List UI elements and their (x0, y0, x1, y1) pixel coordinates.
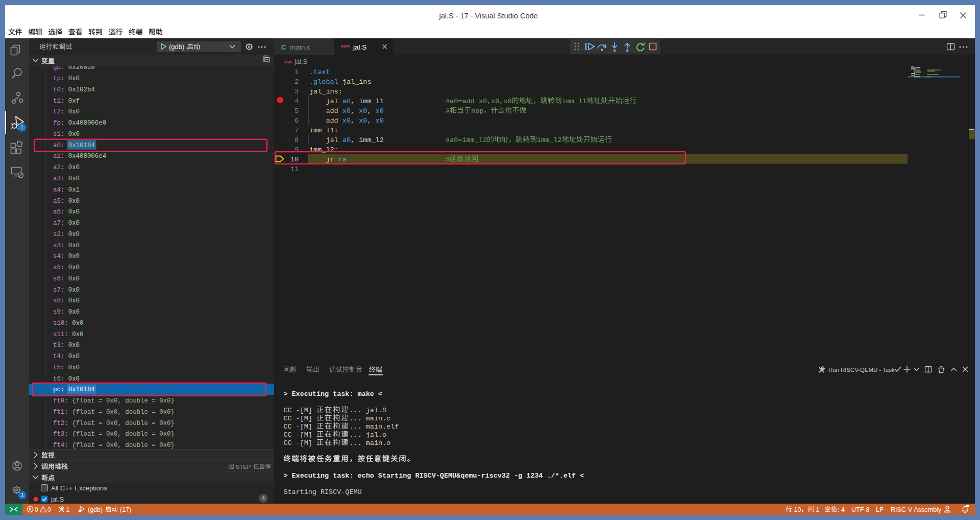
svg-text:#: # (446, 156, 450, 163)
svg-text:0x0: 0x0 (68, 375, 80, 383)
svg-text:t5:: t5: (53, 364, 64, 371)
svg-text:0x0: 0x0 (68, 198, 80, 205)
svg-text:x0: x0 (359, 107, 367, 115)
svg-text:s4:: s4: (53, 253, 64, 260)
svg-text:a6:: a6: (53, 208, 64, 216)
svg-text:ra: ra (338, 156, 347, 163)
svg-text:8: 8 (295, 136, 299, 144)
svg-text:{float = 0x0, double = 0x0}: {float = 0x0, double = 0x0} (72, 431, 175, 438)
svg-text:0x0: 0x0 (68, 175, 80, 182)
svg-text:x0: x0 (342, 117, 351, 125)
svg-text:add: add (326, 107, 338, 115)
svg-text:a4:: a4: (53, 186, 64, 194)
svg-text:x0: x0 (376, 107, 384, 115)
svg-text:jal.S - 17 - Visual Studio Cod: jal.S - 17 - Visual Studio Code (438, 12, 537, 20)
svg-text:jal.S: jal.S (294, 58, 308, 65)
svg-text:CC -[M]: CC -[M] (283, 431, 316, 439)
svg-text:0x408006e4: 0x408006e4 (68, 153, 106, 160)
svg-text:1: 1 (295, 68, 299, 76)
svg-text:nop: nop (471, 107, 483, 115)
svg-text:4: 4 (295, 98, 299, 105)
svg-text:,: , (351, 98, 355, 105)
svg-text:jal_ins: jal_ins (338, 78, 372, 86)
svg-text:s11:: s11: (53, 331, 68, 338)
svg-text:0x0: 0x0 (68, 108, 80, 115)
svg-text:.global: .global (309, 78, 338, 86)
svg-text:.text: .text (309, 68, 330, 76)
svg-text:0x0: 0x0 (68, 220, 80, 227)
svg-text:10: 10 (794, 506, 801, 513)
svg-text:Run RISCV-QEMU - Task: Run RISCV-QEMU - Task (828, 367, 895, 373)
svg-text:Starting RISCV-QEMU: Starting RISCV-QEMU (283, 488, 361, 496)
svg-text:ft4:: ft4: (53, 442, 68, 449)
svg-text:jal: jal (326, 98, 338, 105)
svg-text:s1:: s1: (53, 131, 64, 138)
svg-text:s8:: s8: (53, 297, 64, 304)
svg-text:add: add (326, 117, 338, 125)
svg-text:s2:: s2: (53, 231, 64, 238)
svg-text:a5:: a5: (53, 198, 64, 205)
svg-text:a3:: a3: (53, 175, 64, 182)
svg-text:s3:: s3: (53, 242, 64, 249)
svg-text:0x0: 0x0 (68, 297, 80, 304)
svg-text:LF: LF (876, 506, 884, 513)
svg-text:CC -[M]: CC -[M] (283, 439, 316, 447)
svg-text:jal.S: jal.S (353, 43, 366, 51)
svg-text:0x102b4: 0x102b4 (68, 86, 95, 93)
svg-text:tp:: tp: (53, 75, 64, 82)
svg-text:ft0:: ft0: (53, 397, 68, 405)
svg-text:: 4: : 4 (838, 506, 845, 513)
svg-text:1: 1 (20, 124, 23, 130)
svg-text:9: 9 (295, 146, 299, 154)
svg-text:imm_l2: imm_l2 (537, 136, 562, 144)
svg-text:0x0: 0x0 (72, 331, 83, 338)
svg-text:0x0: 0x0 (68, 253, 80, 260)
svg-text:0x0: 0x0 (68, 287, 80, 294)
svg-text:1: 1 (816, 506, 820, 513)
svg-text:CC -[M]: CC -[M] (283, 423, 316, 431)
svg-text:ASM: ASM (284, 60, 291, 64)
svg-text:x0: x0 (376, 117, 384, 125)
svg-text:ft3:: ft3: (53, 431, 68, 438)
svg-text:t3:: t3: (53, 342, 64, 349)
svg-text:jal.S: jal.S (51, 495, 64, 503)
svg-text:(17): (17) (120, 506, 131, 513)
svg-text:ft1:: ft1: (53, 409, 68, 416)
svg-text:{float = 0x0, double = 0x0}: {float = 0x0, double = 0x0} (72, 397, 175, 405)
svg-text:7: 7 (295, 127, 299, 134)
svg-text:imm_l1:: imm_l1: (309, 127, 338, 134)
svg-text:... main.elf: ... main.elf (350, 423, 399, 431)
svg-text:... jal.S: ... jal.S (350, 407, 387, 414)
svg-text:,: , (351, 117, 355, 125)
svg-text:CC -[M]: CC -[M] (283, 415, 316, 422)
svg-text:6: 6 (295, 117, 299, 125)
svg-text:1: 1 (66, 506, 70, 513)
svg-text:s7:: s7: (53, 287, 64, 294)
svg-text:x0: x0 (342, 107, 351, 115)
svg-text:ASM: ASM (341, 44, 350, 49)
svg-text:s10:: s10: (53, 320, 68, 327)
svg-text:0x1: 0x1 (68, 186, 80, 194)
svg-text:0x0: 0x0 (68, 353, 80, 360)
svg-text:imm_l1: imm_l1 (355, 98, 384, 105)
svg-text:imm_l2: imm_l2 (355, 136, 384, 144)
svg-text:(gdb): (gdb) (88, 506, 105, 513)
svg-text:,: , (367, 117, 371, 125)
svg-text:s6:: s6: (53, 275, 64, 282)
svg-text:0x0: 0x0 (68, 164, 80, 171)
svg-text:jal_ins:: jal_ins: (309, 88, 342, 96)
svg-text:3: 3 (295, 88, 299, 96)
svg-text:STEP: STEP (236, 464, 251, 470)
svg-text:s5:: s5: (53, 264, 64, 271)
svg-text:All C++ Exceptions: All C++ Exceptions (51, 484, 107, 492)
svg-text:t6:: t6: (53, 375, 64, 383)
svg-text:0x0: 0x0 (68, 364, 80, 371)
svg-text:t4:: t4: (53, 353, 64, 360)
svg-text:s9:: s9: (53, 309, 64, 316)
svg-text:,: , (351, 136, 355, 144)
svg-text:0x0: 0x0 (68, 309, 80, 316)
svg-text:RISC-V Assembly: RISC-V Assembly (891, 506, 942, 513)
svg-text:0x408006e0: 0x408006e0 (68, 120, 106, 127)
svg-text:C: C (281, 43, 286, 51)
svg-text:1: 1 (21, 492, 24, 498)
